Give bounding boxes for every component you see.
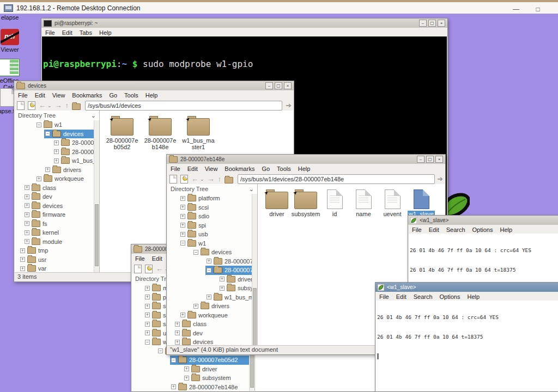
tree-row-w1[interactable]: −w1 <box>167 239 252 248</box>
menu-item-tabs[interactable]: Tabs <box>80 29 92 36</box>
tree-item[interactable]: +driver <box>219 275 253 284</box>
tree-item[interactable]: +scsi <box>179 203 252 212</box>
tree-item[interactable]: +tmp <box>19 246 94 255</box>
tree-expander-icon[interactable]: + <box>45 167 50 172</box>
tree-expander-icon[interactable]: + <box>54 158 59 163</box>
tree-expander-icon[interactable]: + <box>180 223 185 228</box>
file-item-name[interactable]: name <box>350 188 377 217</box>
tree-row-usb[interactable]: +usb <box>167 230 252 239</box>
tree-item[interactable]: +drivers <box>44 166 94 175</box>
tree-row-fs[interactable]: +fs <box>15 219 94 229</box>
tree-expander-icon[interactable]: + <box>207 295 211 299</box>
tree-expander-icon[interactable]: + <box>180 196 185 201</box>
tree-expander-icon[interactable]: + <box>180 205 185 210</box>
tree-row-driver[interactable]: +driver <box>167 275 252 284</box>
tree-row-28-000007eb148e[interactable]: +28-000007eb148e <box>132 383 250 391</box>
tree-row-platform[interactable]: +platform <box>167 194 252 203</box>
menu-item-tools[interactable]: Tools <box>277 166 291 172</box>
tree-row-class[interactable]: +class <box>167 320 252 329</box>
tree-expander-icon[interactable]: − <box>45 131 50 136</box>
chevron-down-icon[interactable]: ⌄ <box>47 103 52 108</box>
file-item-w1_bus_master1[interactable]: ➤w1_bus_master1 <box>181 115 215 150</box>
tree-row-dev[interactable]: +dev <box>15 192 94 201</box>
tree-row-drivers[interactable]: +drivers <box>15 166 94 175</box>
menu-item-edit[interactable]: Edit <box>62 29 72 36</box>
menu-item-help[interactable]: Help <box>467 293 480 300</box>
tree-row-tmp[interactable]: +tmp <box>15 246 94 255</box>
file-item-subsystem[interactable]: ➤subsystem <box>292 188 319 217</box>
menu-item-help[interactable]: Help <box>99 29 112 36</box>
tree-row-devices[interactable]: +devices <box>167 338 252 346</box>
tree-item[interactable]: +platform <box>179 194 252 203</box>
new-tab-icon[interactable] <box>17 101 25 110</box>
menu-item-file[interactable]: File <box>135 255 145 262</box>
menu-item-edit[interactable]: Edit <box>152 255 162 262</box>
maximize-button[interactable]: ▢ <box>428 20 436 27</box>
menu-item-file[interactable]: File <box>45 29 55 36</box>
home-folder-icon[interactable] <box>225 177 233 183</box>
tree-row-drivers[interactable]: +drivers <box>167 302 252 311</box>
tree-item[interactable]: +drivers <box>192 302 252 311</box>
tree-item[interactable]: +devices <box>23 201 94 211</box>
menu-item-help[interactable]: Help <box>145 92 158 99</box>
tree-expander-icon[interactable]: + <box>175 340 180 345</box>
tree-expander-icon[interactable]: + <box>145 295 150 299</box>
jump-to-icon[interactable]: ➜ <box>437 174 443 185</box>
close-button[interactable]: × <box>438 20 445 27</box>
tree-item[interactable]: −w1 <box>179 239 252 248</box>
tree-row-var[interactable]: +var <box>15 264 94 273</box>
up-arrow-icon[interactable]: ↑ <box>218 174 222 185</box>
back-arrow-icon[interactable]: ← <box>191 174 198 185</box>
menu-item-edit[interactable]: Edit <box>429 226 439 233</box>
file-item-28-000007eb148e[interactable]: ➤28-000007eb148e <box>143 115 177 150</box>
tree-header[interactable]: Directory Tree ⌄ <box>15 111 99 120</box>
menu-item-view[interactable]: View <box>52 92 65 99</box>
tree-row-usr[interactable]: +usr <box>15 255 94 265</box>
tree-expander-icon[interactable]: − <box>171 358 176 363</box>
tree-scrollbar[interactable] <box>252 194 257 346</box>
maximize-button[interactable]: ▢ <box>275 82 282 89</box>
tree-item[interactable]: +28-000007eb148e <box>170 383 250 391</box>
tree-row-subsystem[interactable]: +subsystem <box>132 373 250 383</box>
menu-item-view[interactable]: View <box>205 166 218 172</box>
home-folder-icon[interactable] <box>72 103 81 110</box>
maximize-button[interactable]: □ <box>532 5 544 14</box>
tree-row-devices[interactable]: −devices <box>15 130 94 139</box>
menu-item-options[interactable]: Options <box>440 293 460 300</box>
menu-item-help[interactable]: Help <box>298 166 311 172</box>
tree-row-kernel[interactable]: +kernel <box>15 228 94 237</box>
chevron-down-icon[interactable]: ⌄ <box>200 176 204 182</box>
tree-expander-icon[interactable]: + <box>184 376 189 381</box>
close-button[interactable]: × <box>435 156 443 163</box>
tree-row-scsi[interactable]: +scsi <box>167 203 252 212</box>
file-item-uevent[interactable]: uevent <box>379 188 406 217</box>
tree-expander-icon[interactable]: + <box>220 286 225 291</box>
tree-row-dev[interactable]: +dev <box>167 329 252 338</box>
tree-expander-icon[interactable]: − <box>180 241 185 246</box>
tree-expander-icon[interactable]: + <box>25 185 29 190</box>
editor-text-area[interactable]: 26 01 4b 46 7f ff 0a 10 64 : crc=64 YES … <box>376 301 558 391</box>
file-item-id[interactable]: id <box>321 188 348 217</box>
tree-expander-icon[interactable]: + <box>25 194 29 199</box>
tree-expander-icon[interactable]: + <box>20 266 25 271</box>
tree-item[interactable]: +usr <box>19 255 94 265</box>
tree-expander-icon[interactable]: + <box>145 304 150 309</box>
tree-item[interactable]: +workqueue <box>179 311 252 320</box>
tree-item[interactable]: −28-000007eb148e <box>205 266 258 275</box>
tree-expander-icon[interactable]: + <box>54 140 59 145</box>
tree-item[interactable]: +kernel <box>23 228 94 237</box>
tree-expander-icon[interactable]: + <box>180 313 185 317</box>
tree-expander-icon[interactable]: − <box>37 122 41 127</box>
tree-item[interactable]: +class <box>23 183 94 193</box>
maximize-button[interactable]: ▢ <box>426 156 434 163</box>
tree-item[interactable]: +workqueue <box>35 174 94 183</box>
tree-row-28-000007eb05d2[interactable]: +28-000007eb05d2 <box>15 138 94 148</box>
desktop-icon-pdf-viewer[interactable]: pdf Viewer <box>0 29 22 53</box>
tree-expander-icon[interactable]: + <box>180 232 185 237</box>
close-button[interactable]: × <box>284 82 292 89</box>
tree-row-w1_bus_master1[interactable]: +w1_bus_master1 <box>167 293 252 302</box>
tree-item[interactable]: +dev <box>174 329 252 338</box>
tree-expander-icon[interactable]: + <box>145 286 150 291</box>
terminal-titlebar[interactable]: pi@raspberrypi: ~ –▢× <box>41 19 447 28</box>
menu-item-edit[interactable]: Edit <box>187 166 198 172</box>
